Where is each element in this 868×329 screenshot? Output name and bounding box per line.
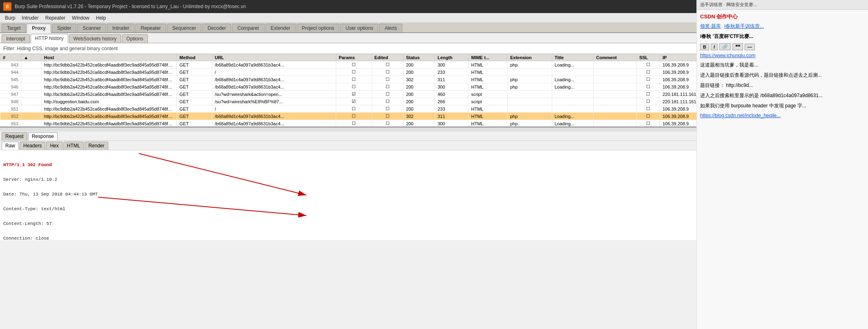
tab-project-options[interactable]: Project options [297, 24, 339, 32]
col-sort[interactable]: ▲ [21, 54, 42, 61]
resp-tab-response[interactable]: Response [28, 132, 58, 140]
menu-window[interactable]: Window [69, 14, 93, 22]
rp-section5-text: 如果我们使用 burpsuite header 中发现 page 字... [700, 103, 806, 109]
tab-scanner[interactable]: Scanner [77, 24, 106, 32]
col-num[interactable]: # [0, 54, 21, 61]
rp-quote-button[interactable]: ❝❝ [732, 43, 743, 50]
right-panel-content: CSDN 创作中心 领奖·题库 i春秋新手训练营... i春秋 '百度杯'CTF… [697, 10, 868, 125]
subtab-intercept[interactable]: Intercept [2, 34, 30, 43]
rp-link-section: https://www.ichunqiu.com [700, 53, 865, 58]
rp-section3-text: 题目链接： http://bc9d... [700, 82, 753, 88]
rp-section3: 题目链接： http://bc9d... [700, 82, 865, 89]
right-panel-header: 选手训练营 · 网络安全竞赛... [697, 0, 868, 10]
content-tab-html[interactable]: HTML [63, 142, 84, 150]
tab-target[interactable]: Target [2, 24, 26, 32]
subtab-http-history[interactable]: HTTP history [31, 34, 68, 43]
right-panel-top-label: 选手训练营 · 网络安全竞赛... [700, 2, 757, 7]
content-tab-hex[interactable]: Hex [46, 142, 62, 150]
col-params[interactable]: Params [336, 54, 372, 61]
col-mime[interactable]: MIME t... [469, 54, 507, 61]
rp-nav-item-1[interactable]: 领奖·题库 [700, 23, 721, 30]
menu-burp[interactable]: Burp [2, 14, 18, 22]
window-title: Burp Suite Professional v1.7.26 - Tempor… [15, 4, 246, 9]
col-host[interactable]: Host [41, 54, 177, 61]
rp-body-text-content: 这道题相当坑爹，我是着... [700, 62, 758, 68]
rp-bold-button[interactable]: B [700, 44, 709, 50]
rp-section5: 如果我们使用 burpsuite header 中发现 page 字... [700, 102, 865, 109]
resp-tab-request[interactable]: Request [2, 132, 27, 140]
filter-text[interactable]: Filter: Hiding CSS, image and general bi… [3, 46, 118, 51]
subtab-options[interactable]: Options [122, 34, 147, 43]
right-panel: 选手训练营 · 网络安全竞赛... CSDN 创作中心 领奖·题库 i春秋新手训… [696, 0, 868, 329]
content-tab-headers[interactable]: Headers [20, 142, 45, 150]
col-comment[interactable]: Comment [594, 54, 637, 61]
app-icon: B [3, 2, 11, 11]
col-extension[interactable]: Extension [507, 54, 552, 61]
tab-proxy[interactable]: Proxy [27, 24, 51, 33]
col-status[interactable]: Status [403, 54, 435, 61]
menu-repeater[interactable]: Repeater [42, 14, 69, 22]
tab-extender[interactable]: Extender [266, 24, 296, 32]
rp-external-link[interactable]: https://www.ichunqiu.com [700, 53, 755, 58]
tab-repeater[interactable]: Repeater [135, 24, 166, 32]
main-area: Target Proxy Spider Scanner Intruder Rep… [0, 23, 868, 329]
tab-user-options[interactable]: User options [340, 24, 378, 32]
col-edited[interactable]: Edited [372, 54, 403, 61]
col-title[interactable]: Title [552, 54, 594, 61]
menu-intruder[interactable]: Intruder [18, 14, 42, 22]
tab-alerts[interactable]: Alerts [379, 24, 402, 32]
rp-toolbar[interactable]: B I 🔗 ❝❝ — [700, 43, 865, 50]
tab-intruder[interactable]: Intruder [107, 24, 134, 32]
csdn-brand: CSDN 创作中心 [700, 13, 865, 20]
content-tab-raw[interactable]: Raw [2, 142, 19, 150]
tab-comparer[interactable]: Comparer [232, 24, 264, 32]
rp-footer: https://blog.csdn.net/include_heqile... [700, 113, 865, 118]
article-title: i春秋 '百度杯'CTF比赛... [700, 33, 865, 40]
rp-nav: 领奖·题库 i春秋新手训练营... [700, 23, 865, 30]
titlebar-left: B Burp Suite Professional v1.7.26 - Temp… [3, 2, 246, 11]
col-ssl[interactable]: SSL [636, 54, 660, 61]
tab-sequencer[interactable]: Sequencer [167, 24, 201, 32]
rp-section2: 进入题目链接后查看源代码，题目链接和点进去之后测... [700, 72, 865, 79]
rp-body-text: 这道题相当坑爹，我是着... [700, 62, 865, 69]
tab-decoder[interactable]: Decoder [202, 24, 231, 32]
col-url[interactable]: URL [212, 54, 336, 61]
col-method[interactable]: Method [177, 54, 212, 61]
rp-footer-link[interactable]: https://blog.csdn.net/include_heqile... [700, 113, 781, 118]
tab-spider[interactable]: Spider [52, 24, 77, 32]
subtab-websockets[interactable]: WebSockets history [69, 34, 121, 43]
rp-section4-text: 进入之后搜索框里显示的是 /b68a89d1c4a097a9d8631... [700, 93, 823, 98]
col-length[interactable]: Length [435, 54, 469, 61]
rp-section4: 进入之后搜索框里显示的是 /b68a89d1c4a097a9d8631... [700, 92, 865, 99]
rp-divider-button[interactable]: — [745, 44, 755, 50]
svg-line-0 [139, 153, 306, 195]
content-tab-render[interactable]: Render [85, 142, 108, 150]
rp-link-button[interactable]: 🔗 [719, 43, 731, 50]
rp-nav-item-2[interactable]: i春秋新手训练营... [724, 23, 764, 30]
rp-italic-button[interactable]: I [711, 44, 718, 50]
article-title-text: i春秋 '百度杯'CTF比赛... [700, 33, 753, 39]
rp-section2-text: 进入题目链接后查看源代码，题目链接和点进去之后测... [700, 72, 822, 78]
menu-help[interactable]: Help [93, 14, 109, 22]
